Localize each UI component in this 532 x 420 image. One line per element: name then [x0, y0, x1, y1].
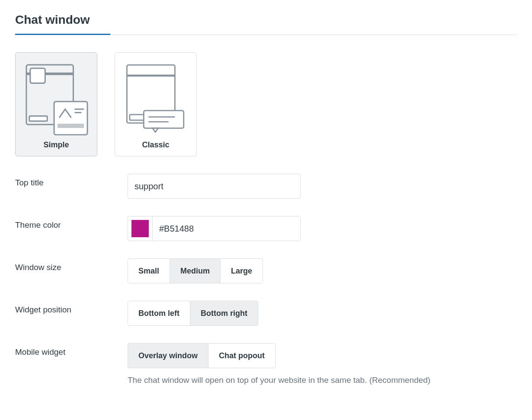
- classic-style-icon: [124, 61, 188, 137]
- mobile-widget-label: Mobile widget: [15, 343, 128, 357]
- svg-rect-11: [144, 110, 184, 128]
- style-option-label: Classic: [124, 140, 188, 150]
- mobile-widget-popout[interactable]: Chat popout: [208, 343, 276, 368]
- mobile-widget-overlay[interactable]: Overlay window: [128, 343, 208, 368]
- style-option-label: Simple: [24, 140, 88, 150]
- top-title-input[interactable]: [128, 174, 301, 199]
- widget-position-label: Widget position: [15, 301, 128, 315]
- style-option-simple[interactable]: Simple: [15, 52, 97, 156]
- svg-marker-14: [153, 128, 158, 132]
- simple-style-icon: [24, 61, 88, 137]
- color-swatch[interactable]: [131, 220, 149, 237]
- style-option-classic[interactable]: Classic: [115, 52, 197, 156]
- window-size-segmented: Small Medium Large: [128, 258, 263, 283]
- widget-position-segmented: Bottom left Bottom right: [128, 301, 258, 326]
- window-size-medium[interactable]: Medium: [170, 258, 221, 283]
- svg-rect-9: [127, 74, 175, 76]
- svg-rect-7: [58, 124, 84, 128]
- window-size-large[interactable]: Large: [220, 258, 263, 283]
- window-size-label: Window size: [15, 258, 128, 272]
- theme-color-field: [128, 216, 301, 241]
- widget-position-bottom-right[interactable]: Bottom right: [190, 301, 258, 326]
- theme-color-input[interactable]: [153, 216, 300, 241]
- mobile-widget-help: The chat window will open on top of your…: [128, 374, 430, 386]
- top-title-label: Top title: [15, 174, 128, 188]
- widget-position-bottom-left[interactable]: Bottom left: [128, 301, 190, 326]
- theme-color-label: Theme color: [15, 216, 128, 230]
- window-size-small[interactable]: Small: [128, 258, 170, 283]
- svg-rect-2: [30, 68, 45, 83]
- svg-rect-3: [29, 116, 47, 121]
- svg-rect-4: [54, 101, 87, 134]
- section-title: Chat window: [15, 13, 517, 35]
- mobile-widget-segmented: Overlay window Chat popout: [128, 343, 276, 368]
- style-selector: Simple Classic: [15, 52, 517, 156]
